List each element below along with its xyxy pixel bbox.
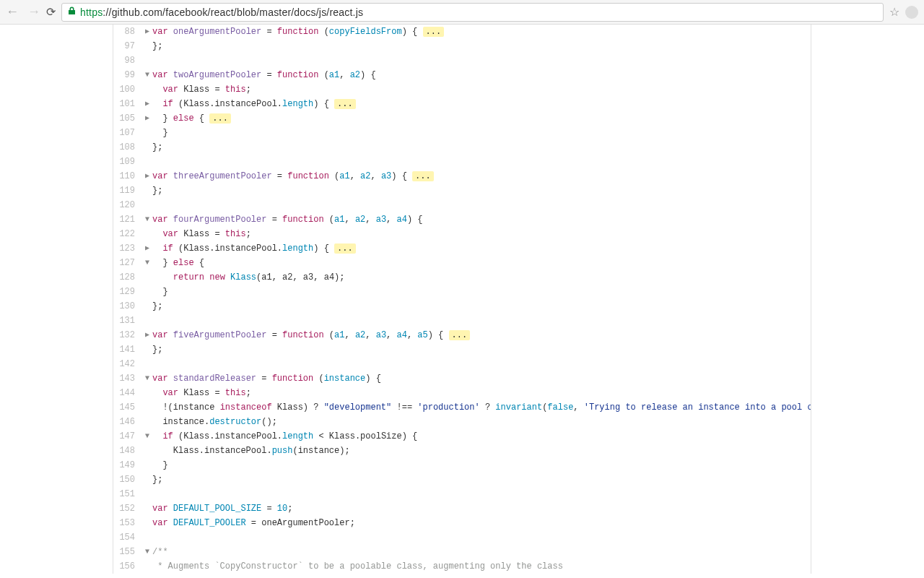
code-text[interactable]: } else {	[152, 256, 204, 270]
code-line[interactable]: 107 }	[113, 126, 811, 140]
line-number[interactable]: 127	[113, 256, 142, 270]
code-line[interactable]: 151	[113, 487, 811, 501]
code-text[interactable]: }	[152, 458, 168, 473]
code-line[interactable]: 110▶var threeArgumentPooler = function (…	[113, 169, 811, 184]
line-number[interactable]: 119	[113, 184, 142, 198]
code-line[interactable]: 149 }	[113, 458, 811, 473]
code-line[interactable]: 154	[113, 530, 811, 545]
code-line[interactable]: 100 var Klass = this;	[113, 82, 811, 97]
code-text[interactable]: };	[152, 473, 162, 487]
code-line[interactable]: 98	[113, 53, 811, 68]
code-text[interactable]: };	[152, 184, 162, 198]
code-text[interactable]: if (Klass.instancePool.length < Klass.po…	[152, 429, 417, 444]
code-line[interactable]: 99▼var twoArgumentPooler = function (a1,…	[113, 68, 811, 82]
code-text[interactable]: var Klass = this;	[152, 227, 251, 241]
line-number[interactable]: 105	[113, 111, 142, 126]
line-number[interactable]: 122	[113, 227, 142, 241]
code-text[interactable]: var threeArgumentPooler = function (a1, …	[152, 169, 434, 184]
line-number[interactable]: 155	[113, 545, 142, 559]
bookmark-star-icon[interactable]: ☆	[889, 5, 899, 19]
line-number[interactable]: 123	[113, 241, 142, 256]
address-bar[interactable]: https://github.com/facebook/react/blob/m…	[61, 3, 884, 22]
line-number[interactable]: 98	[113, 53, 142, 68]
code-text[interactable]: return new Klass(a1, a2, a3, a4);	[152, 270, 344, 285]
code-line[interactable]: 146 instance.destructor();	[113, 415, 811, 429]
code-text[interactable]: var standardReleaser = function (instanc…	[152, 371, 381, 386]
line-number[interactable]: 110	[113, 169, 142, 184]
fold-collapse-icon[interactable]: ▼	[142, 68, 152, 82]
code-text[interactable]: var Klass = this;	[152, 386, 251, 400]
line-number[interactable]: 128	[113, 270, 142, 285]
code-line[interactable]: 120	[113, 198, 811, 212]
code-text[interactable]: };	[152, 342, 162, 357]
line-number[interactable]: 100	[113, 82, 142, 97]
fold-expand-icon[interactable]: ▶	[142, 111, 152, 126]
line-number[interactable]: 129	[113, 285, 142, 299]
extension-icon[interactable]	[905, 6, 918, 19]
code-text[interactable]: var twoArgumentPooler = function (a1, a2…	[152, 68, 376, 82]
code-line[interactable]: 142	[113, 357, 811, 371]
code-text[interactable]: * Augments `CopyConstructor` to be a poo…	[152, 559, 563, 574]
code-line[interactable]: 109	[113, 155, 811, 169]
code-line[interactable]: 123▶ if (Klass.instancePool.length) { ..…	[113, 241, 811, 256]
code-text[interactable]: }	[152, 126, 168, 140]
line-number[interactable]: 142	[113, 357, 142, 371]
code-line[interactable]: 156 * Augments `CopyConstructor` to be a…	[113, 559, 811, 574]
code-line[interactable]: 148 Klass.instancePool.push(instance);	[113, 444, 811, 458]
reload-button[interactable]: ⟳	[46, 5, 56, 19]
code-line[interactable]: 132▶var fiveArgumentPooler = function (a…	[113, 328, 811, 342]
code-line[interactable]: 97};	[113, 39, 811, 53]
code-line[interactable]: 153var DEFAULT_POOLER = oneArgumentPoole…	[113, 516, 811, 530]
line-number[interactable]: 148	[113, 444, 142, 458]
code-line[interactable]: 155▼/**	[113, 545, 811, 559]
line-number[interactable]: 145	[113, 400, 142, 415]
code-text[interactable]: } else { ...	[152, 111, 231, 126]
code-line[interactable]: 143▼var standardReleaser = function (ins…	[113, 371, 811, 386]
fold-expand-icon[interactable]: ▶	[142, 97, 152, 111]
fold-collapse-icon[interactable]: ▼	[142, 256, 152, 270]
code-text[interactable]: }	[152, 285, 168, 299]
line-number[interactable]: 149	[113, 458, 142, 473]
code-line[interactable]: 119};	[113, 184, 811, 198]
code-line[interactable]: 101▶ if (Klass.instancePool.length) { ..…	[113, 97, 811, 111]
code-text[interactable]: instance.destructor();	[152, 415, 277, 429]
code-text[interactable]: var fiveArgumentPooler = function (a1, a…	[152, 328, 470, 342]
code-line[interactable]: 150};	[113, 473, 811, 487]
line-number[interactable]: 101	[113, 97, 142, 111]
fold-expand-icon[interactable]: ▶	[142, 25, 152, 39]
line-number[interactable]: 143	[113, 371, 142, 386]
code-text[interactable]: };	[152, 140, 162, 155]
code-text[interactable]: /**	[152, 545, 168, 559]
code-text[interactable]: };	[152, 39, 162, 53]
line-number[interactable]: 108	[113, 140, 142, 155]
fold-collapse-icon[interactable]: ▼	[142, 371, 152, 386]
code-line[interactable]: 108};	[113, 140, 811, 155]
line-number[interactable]: 147	[113, 429, 142, 444]
line-number[interactable]: 153	[113, 516, 142, 530]
fold-expand-icon[interactable]: ▶	[142, 241, 152, 256]
line-number[interactable]: 97	[113, 39, 142, 53]
back-button[interactable]: ←	[6, 4, 19, 20]
code-line[interactable]: 145 !(instance instanceof Klass) ? "deve…	[113, 400, 811, 415]
line-number[interactable]: 99	[113, 68, 142, 82]
line-number[interactable]: 107	[113, 126, 142, 140]
line-number[interactable]: 150	[113, 473, 142, 487]
code-line[interactable]: 105▶ } else { ...	[113, 111, 811, 126]
line-number[interactable]: 151	[113, 487, 142, 501]
code-line[interactable]: 122 var Klass = this;	[113, 227, 811, 241]
line-number[interactable]: 154	[113, 530, 142, 545]
code-text[interactable]: var DEFAULT_POOLER = oneArgumentPooler;	[152, 516, 355, 530]
line-number[interactable]: 146	[113, 415, 142, 429]
line-number[interactable]: 152	[113, 501, 142, 516]
code-text[interactable]: };	[152, 299, 162, 314]
line-number[interactable]: 109	[113, 155, 142, 169]
line-number[interactable]: 88	[113, 25, 142, 39]
code-text[interactable]: !(instance instanceof Klass) ? "developm…	[152, 400, 811, 415]
code-line[interactable]: 144 var Klass = this;	[113, 386, 811, 400]
fold-collapse-icon[interactable]: ▼	[142, 212, 152, 227]
line-number[interactable]: 130	[113, 299, 142, 314]
code-line[interactable]: 141};	[113, 342, 811, 357]
fold-expand-icon[interactable]: ▶	[142, 169, 152, 184]
line-number[interactable]: 141	[113, 342, 142, 357]
code-line[interactable]: 130};	[113, 299, 811, 314]
